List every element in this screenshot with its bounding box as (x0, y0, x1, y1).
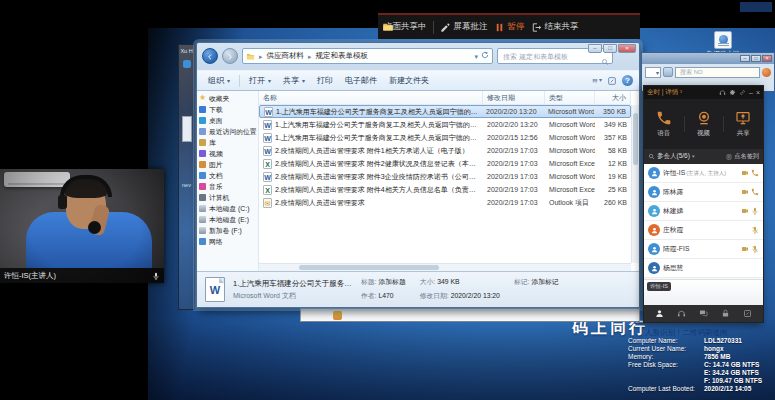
participants-count[interactable]: 参会人(5/6) (657, 152, 694, 161)
change-view-icon[interactable] (592, 76, 602, 86)
open-button[interactable]: 打开 (244, 73, 276, 88)
nav-tree-item[interactable]: 桌面 (197, 115, 258, 126)
organize-button[interactable]: 组织 (203, 73, 235, 88)
nav-tree-item[interactable]: 下载 (197, 104, 258, 115)
breadcrumb-separator-icon (307, 52, 313, 61)
toolbar-icon[interactable] (663, 67, 673, 77)
nav-tree-item[interactable]: 本地磁盘 (C:) (197, 203, 258, 214)
file-row[interactable]: 2.疫情期间人员进出管理要求 附件1相关方承诺人证（电子版） 2020/2/19… (259, 144, 631, 157)
nav-tree-item[interactable]: 音乐 (197, 181, 258, 192)
search-input[interactable] (678, 68, 757, 76)
column-header-type[interactable]: 类型 (545, 91, 595, 104)
participant-row[interactable]: 林建娣 (644, 202, 763, 221)
details-fields: 标题:添加标题 作者:L470 大小:349 KB 修改日期:2020/2/20… (361, 277, 631, 303)
details-field-label: 大小: (420, 278, 435, 285)
print-button[interactable]: 打印 (312, 73, 338, 88)
pause-share-button[interactable]: 暂停 (494, 21, 525, 33)
details-field: 作者:L470 (361, 291, 406, 301)
minimize-button[interactable]: – (740, 55, 750, 62)
column-header-size[interactable]: 大小 (595, 91, 631, 104)
explorer-search-input[interactable] (501, 52, 599, 61)
participant-row[interactable]: 陆霞-FIS (644, 240, 763, 259)
rollcall-button[interactable]: 点名签到 (726, 152, 759, 161)
headset-icon[interactable] (677, 309, 686, 318)
participants-icon[interactable] (655, 309, 664, 318)
preview-pane-icon[interactable] (607, 76, 617, 86)
nav-tree-item[interactable]: 视频 (197, 148, 258, 159)
participant-row[interactable]: 许恒-IS(主讲人, 主持人) (644, 164, 763, 183)
gear-icon[interactable] (729, 89, 736, 96)
apps-icon[interactable] (743, 309, 752, 318)
dropdown[interactable]: ▾ (645, 67, 661, 78)
participant-status-icons (741, 207, 759, 215)
search-icon[interactable] (648, 153, 655, 160)
minimize-icon[interactable]: – (749, 89, 753, 96)
forward-button[interactable] (222, 48, 238, 64)
explorer-chrome: – □ × 供应商材料 规定和表单模板 (197, 43, 639, 91)
minimize-button[interactable]: – (588, 44, 602, 53)
share-button[interactable]: 共享 (278, 73, 310, 88)
annotate-button[interactable]: 屏幕批注 (440, 21, 488, 33)
file-row[interactable]: 2.疫情期间人员进出管理要求 2020/2/19 17:03 Outlook 项… (259, 196, 631, 209)
panel-brand[interactable]: 全时 | 详情 › (647, 88, 717, 97)
column-header-date[interactable]: 修改日期 (483, 91, 545, 104)
details-pane: W 1.上汽乘用车福建分公司关于服务商复工... Microsoft Word … (197, 271, 639, 307)
chevron-down-icon[interactable] (474, 52, 478, 61)
breadcrumb-root[interactable]: 供应商材料 (267, 51, 305, 61)
scrollbar-thumb[interactable] (633, 113, 638, 165)
close-button[interactable]: × (618, 44, 636, 53)
end-share-button[interactable]: 结束共享 (531, 21, 579, 33)
column-header-name[interactable]: 名称 (259, 91, 483, 104)
file-row[interactable]: 1.上汽乘用车福建分公司关于服务商复工及相关人员返回宁德的规定 2020/2/1… (259, 131, 631, 144)
file-row[interactable]: 1.上汽乘用车福建分公司关于服务商复工及相关人员返回宁德的规定 附件5（公司盖章… (259, 118, 631, 131)
participant-row[interactable]: 陈林露 (644, 183, 763, 202)
participant-name: 陈林露 (663, 187, 738, 197)
lock-icon[interactable] (721, 309, 730, 318)
nav-tree-item[interactable]: 网络 (197, 236, 258, 247)
headset-icon[interactable] (719, 89, 726, 96)
nav-tree-item[interactable]: 新加卷 (F:) (197, 225, 258, 236)
nav-tree-item[interactable]: 库 (197, 137, 258, 148)
email-button[interactable]: 电子邮件 (340, 73, 382, 88)
maximize-button[interactable]: □ (603, 44, 617, 53)
participant-status-icons (741, 245, 759, 253)
participant-row[interactable]: 庄秋霞 (644, 221, 763, 240)
avatar (648, 262, 660, 274)
details-field: 大小:349 KB (420, 277, 500, 287)
scrollbar-thumb[interactable] (299, 265, 439, 270)
pen-icon (440, 22, 451, 33)
nav-tree-item[interactable]: 本地磁盘 (E:) (197, 214, 258, 225)
panel-action-button[interactable]: 视频 (684, 110, 724, 138)
refresh-icon[interactable] (481, 51, 489, 61)
nav-tree-item[interactable]: 图片 (197, 159, 258, 170)
nav-tree-item[interactable]: 计算机 (197, 192, 258, 203)
horizontal-scrollbar[interactable] (259, 263, 631, 271)
maximize-button[interactable]: □ (751, 55, 761, 62)
file-row[interactable]: 2.疫情期间人员进出管理要求 附件4相关方人员信息名单（负责人签字） 2020/… (259, 183, 631, 196)
new-folder-button[interactable]: 新建文件夹 (384, 73, 434, 88)
breadcrumb[interactable]: 供应商材料 规定和表单模板 (242, 48, 493, 64)
presenter-video-tile[interactable]: 许恒-IS(主讲人) (0, 169, 164, 283)
nav-tree-item[interactable]: 收藏夹 (197, 93, 258, 104)
back-button[interactable] (202, 48, 218, 64)
vertical-scrollbar[interactable] (631, 105, 639, 263)
file-row[interactable]: 1.上汽乘用车福建分公司关于服务商复工及相关人员返回宁德的规定 附件4（公司盖章… (259, 105, 631, 118)
link-icon[interactable] (739, 89, 746, 96)
help-icon[interactable]: ? (622, 75, 633, 86)
breadcrumb-current[interactable]: 规定和表单模板 (316, 51, 369, 61)
help-icon[interactable] (762, 68, 771, 77)
bginfo-label: Memory: (628, 353, 704, 361)
participant-row[interactable]: 杨思慧 (644, 259, 763, 278)
panel-action-button[interactable]: 共享 (723, 110, 763, 138)
self-video-strip[interactable]: 许恒-IS (644, 279, 763, 305)
file-row[interactable]: 2.疫情期间人员进出管理要求 附件2健康状况及信息登记表（本人签字） 2020/… (259, 157, 631, 170)
nav-tree-item[interactable]: 文档 (197, 170, 258, 181)
chat-icon[interactable] (699, 309, 708, 318)
close-icon[interactable]: × (756, 89, 760, 96)
nav-tree-item[interactable]: 最近访问的位置 (197, 126, 258, 137)
search-field[interactable] (675, 67, 760, 78)
close-button[interactable]: × (762, 55, 772, 62)
share-icon (735, 110, 751, 126)
file-row[interactable]: 2.疫情期间人员进出管理要求 附件3企业疫情防控承诺书（公司盖章 负责人签字） … (259, 170, 631, 183)
panel-action-button[interactable]: 语音 (644, 110, 684, 138)
